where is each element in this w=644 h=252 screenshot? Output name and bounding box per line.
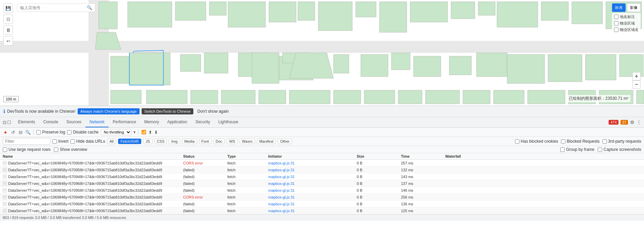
- initiator-link[interactable]: mapbox-gl.js:31: [268, 182, 295, 186]
- capture-screenshots-input[interactable]: [598, 147, 602, 152]
- blocked-requests-input[interactable]: [561, 139, 565, 144]
- row-type: fetch: [225, 188, 265, 192]
- filter-wasm-btn[interactable]: Wasm: [240, 139, 255, 144]
- header-size[interactable]: Size: [354, 154, 398, 158]
- large-rows-input[interactable]: [3, 147, 7, 152]
- map-checkbox-propertyname-input[interactable]: [614, 28, 618, 32]
- throttling-select[interactable]: No throttling: [101, 129, 131, 135]
- hide-data-urls-checkbox: Hide data URLs: [70, 139, 105, 144]
- header-status[interactable]: Status: [180, 154, 225, 158]
- invert-input[interactable]: [52, 139, 57, 144]
- row-icon: □: [3, 175, 7, 179]
- tab-application[interactable]: Application: [163, 117, 191, 127]
- map-zoom-out-btn[interactable]: −: [632, 80, 641, 89]
- tab-performance[interactable]: Performance: [109, 117, 140, 127]
- initiator-link[interactable]: mapbox-gl.js:31: [268, 168, 295, 172]
- filter-fetch-xhr-btn[interactable]: Fetch/XHR: [118, 139, 141, 144]
- table-row[interactable]: □ DataServer?T=vec_w&x=1069848y=570958l=…: [0, 160, 644, 167]
- dont-show-again-btn[interactable]: Don't show again: [195, 108, 231, 115]
- map-delete-btn[interactable]: 🗑: [3, 25, 13, 35]
- tab-console[interactable]: Console: [39, 117, 62, 127]
- search-icon[interactable]: 🔍: [25, 129, 31, 135]
- preserve-log-input[interactable]: [36, 130, 41, 135]
- export-icon[interactable]: ⬇: [154, 130, 158, 135]
- initiator-link[interactable]: mapbox-gl.js:31: [268, 195, 295, 199]
- initiator-link[interactable]: mapbox-gl.js:31: [268, 188, 295, 192]
- map-search-input[interactable]: [20, 5, 87, 10]
- import-icon[interactable]: ⬆: [148, 130, 152, 135]
- wifi-icon[interactable]: 📶: [141, 130, 146, 135]
- map-layer-standard-btn[interactable]: 标准: [612, 3, 626, 12]
- map-save-btn[interactable]: 💾: [3, 3, 13, 13]
- filter-icon[interactable]: ⊟: [18, 129, 23, 135]
- map-crop-btn[interactable]: ⊡: [3, 14, 13, 24]
- tab-lighthouse[interactable]: Lighthouse: [214, 117, 242, 127]
- blocked-cookies-input[interactable]: [515, 139, 519, 144]
- filter-css-btn[interactable]: CSS: [155, 139, 167, 144]
- filter-font-btn[interactable]: Font: [199, 139, 211, 144]
- table-row[interactable]: □ DataServer?T=vec_w&x=1069838y=570958l=…: [0, 187, 644, 194]
- svg-rect-9: [269, 2, 296, 22]
- svg-rect-42: [146, 90, 187, 104]
- tab-memory[interactable]: Memory: [140, 117, 163, 127]
- row-size: 0 B: [354, 209, 398, 213]
- tab-sources[interactable]: Sources: [62, 117, 85, 127]
- disable-cache-input[interactable]: [67, 130, 71, 135]
- map-zoom-controls: + −: [632, 72, 641, 89]
- header-name[interactable]: Name: [0, 154, 180, 158]
- tab-network[interactable]: Network: [85, 117, 109, 127]
- record-icon[interactable]: ●: [3, 129, 8, 135]
- show-overview-input[interactable]: [54, 147, 58, 152]
- always-match-language-btn[interactable]: Always match Chrome's language: [78, 108, 140, 114]
- capture-screenshots-checkbox: Capture screenshots: [598, 147, 641, 152]
- header-type[interactable]: Type: [225, 154, 265, 158]
- hide-data-urls-input[interactable]: [70, 139, 75, 144]
- table-row[interactable]: □ DataServer?T=vec_w&x=1069848y=570948l=…: [0, 194, 644, 201]
- table-row[interactable]: □ DataServer?T=vec_w&x=1069858y=570968l=…: [0, 201, 644, 207]
- map-checkbox-placename-input[interactable]: [614, 15, 618, 19]
- header-waterfall[interactable]: Waterfall: [442, 154, 644, 158]
- more-icon[interactable]: ⋮: [637, 120, 641, 125]
- filter-media-btn[interactable]: Media: [182, 139, 197, 144]
- svg-rect-27: [252, 53, 279, 83]
- map-layer-imagery-btn[interactable]: 影像: [627, 3, 641, 12]
- initiator-link[interactable]: mapbox-gl.js:31: [268, 209, 295, 213]
- initiator-link[interactable]: mapbox-gl.js:31: [268, 202, 295, 206]
- filter-ws-btn[interactable]: WS: [227, 139, 238, 144]
- header-initiator[interactable]: Initiator: [265, 154, 354, 158]
- filter-img-btn[interactable]: Img: [169, 139, 180, 144]
- reload-icon[interactable]: ↺: [10, 129, 16, 135]
- blocked-requests-label: Blocked Requests: [567, 139, 600, 144]
- svg-rect-11: [318, 2, 352, 31]
- table-row[interactable]: □ DataServer?T=vec_w&x=1069848y=570968l=…: [0, 180, 644, 187]
- filter-input[interactable]: [3, 138, 50, 145]
- inspect-icon[interactable]: ⊡: [3, 120, 6, 125]
- map-zoom-in-btn[interactable]: +: [632, 72, 641, 80]
- filter-all-btn[interactable]: All: [107, 139, 116, 144]
- settings-icon[interactable]: ⚙: [630, 120, 634, 125]
- row-name: □ DataServer?T=vec_w&x=1069858y=570968l=…: [0, 202, 180, 206]
- tab-security[interactable]: Security: [191, 117, 214, 127]
- header-time[interactable]: Time: [398, 154, 442, 158]
- initiator-link[interactable]: mapbox-gl.js:31: [268, 161, 295, 165]
- row-name: □ DataServer?T=vec_w&x=1069858y=570958l=…: [0, 168, 180, 172]
- tab-elements[interactable]: Elements: [14, 117, 39, 127]
- filter-other-btn[interactable]: Other: [278, 139, 292, 144]
- search-icon[interactable]: 🔍: [87, 5, 92, 10]
- map-undo-btn[interactable]: ↩: [3, 36, 13, 46]
- filter-manifest-btn[interactable]: Manifest: [257, 139, 276, 144]
- map-checkbox-property-input[interactable]: [614, 21, 618, 26]
- table-row[interactable]: □ DataServer?T=vec_w&x=1069858y=570958l=…: [0, 167, 644, 173]
- device-icon[interactable]: ☐: [7, 120, 11, 125]
- initiator-link[interactable]: mapbox-gl.js:31: [268, 175, 295, 179]
- svg-rect-33: [391, 53, 410, 70]
- table-row[interactable]: □ DataServer?T=vec_w&x=1069848y=570968l=…: [0, 207, 644, 214]
- table-row[interactable]: □ DataServer?T=vec_w&x=1069848y=570948l=…: [0, 173, 644, 180]
- third-party-input[interactable]: [602, 139, 607, 144]
- devtools-notification: ℹ DevTools is now available in Chinese! …: [0, 106, 644, 117]
- group-by-frame-input[interactable]: [560, 147, 565, 152]
- switch-to-chinese-btn[interactable]: Switch DevTools to Chinese: [142, 108, 193, 114]
- row-size: 0 B: [354, 168, 398, 172]
- filter-js-btn[interactable]: JS: [143, 139, 152, 144]
- filter-doc-btn[interactable]: Doc: [213, 139, 225, 144]
